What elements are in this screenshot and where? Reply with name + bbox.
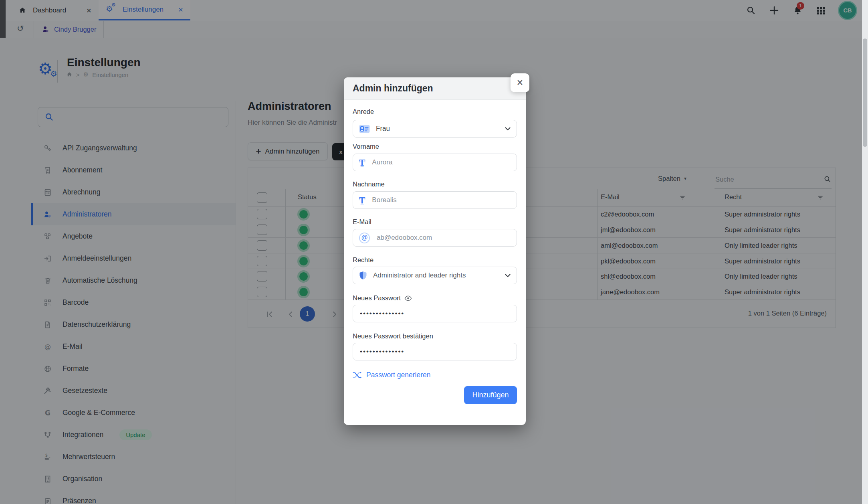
vorname-field[interactable]: T — [353, 154, 517, 171]
modal-title: Admin hinzufügen — [353, 83, 433, 94]
modal-body: Anrede Frau Vorname T Nachname T E-Mail … — [344, 108, 526, 404]
vorname-label: Vorname — [353, 143, 517, 150]
anrede-label: Anrede — [353, 108, 517, 115]
password-field[interactable] — [353, 305, 517, 322]
eye-icon[interactable] — [404, 296, 412, 301]
generate-password-label: Passwort generieren — [366, 371, 431, 379]
text-input-icon: T — [359, 158, 365, 167]
password-confirm-field[interactable] — [353, 343, 517, 360]
password-input[interactable] — [359, 309, 511, 318]
at-icon: @ — [359, 233, 370, 243]
chevron-down-icon — [505, 127, 511, 131]
chevron-down-icon — [505, 274, 511, 277]
rechte-label: Rechte — [353, 256, 517, 264]
anrede-value: Frau — [376, 125, 390, 133]
password-confirm-label: Neues Passwort bestätigen — [353, 332, 517, 340]
password-label: Neues Passwort — [353, 294, 401, 302]
close-icon: × — [517, 77, 523, 89]
app-root: Dashboard × ⚙⚙ Einstellungen × 1 CB ↺ Ci… — [0, 0, 868, 504]
password-label-row: Neues Passwort — [353, 294, 517, 302]
email-label: E-Mail — [353, 218, 517, 226]
email-input[interactable] — [376, 233, 511, 242]
text-input-icon: T — [359, 196, 365, 205]
generate-password-link[interactable]: Passwort generieren — [353, 371, 517, 379]
email-field[interactable]: @ — [353, 229, 517, 247]
page-scrollbar[interactable] — [862, 0, 868, 504]
modal-footer: Hinzufügen — [353, 386, 517, 404]
nachname-input[interactable] — [371, 196, 511, 204]
vorname-input[interactable] — [371, 158, 511, 167]
shield-icon — [359, 271, 367, 280]
nachname-field[interactable]: T — [353, 191, 517, 209]
rechte-value: Administrator and leader rights — [373, 271, 466, 279]
rechte-select[interactable]: Administrator and leader rights — [353, 267, 517, 284]
add-admin-modal: Admin hinzufügen × Anrede Frau Vorname T… — [344, 77, 526, 425]
shuffle-icon — [353, 371, 362, 379]
submit-button[interactable]: Hinzufügen — [464, 386, 517, 404]
password-confirm-input[interactable] — [359, 347, 511, 356]
scrollbar-thumb[interactable] — [863, 38, 867, 147]
modal-close-button[interactable]: × — [511, 73, 529, 92]
anrede-select[interactable]: Frau — [353, 120, 517, 138]
nachname-label: Nachname — [353, 180, 517, 188]
id-card-icon — [359, 125, 370, 133]
modal-header: Admin hinzufügen — [344, 77, 526, 100]
